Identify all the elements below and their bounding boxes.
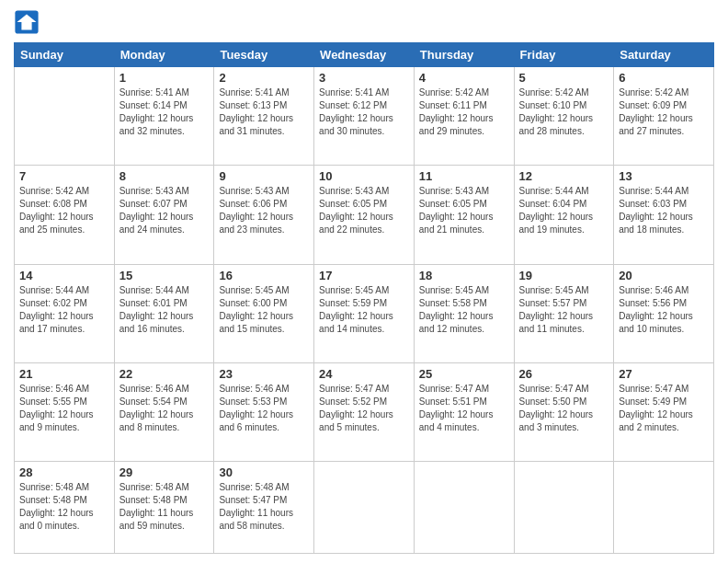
day-number: 28 <box>19 465 109 479</box>
day-number: 13 <box>619 169 709 183</box>
calendar-cell: 14Sunrise: 5:44 AM Sunset: 6:02 PM Dayli… <box>15 264 115 362</box>
day-number: 6 <box>619 71 709 85</box>
week-row-3: 14Sunrise: 5:44 AM Sunset: 6:02 PM Dayli… <box>15 264 714 362</box>
calendar-cell: 21Sunrise: 5:46 AM Sunset: 5:55 PM Dayli… <box>15 362 115 461</box>
day-info: Sunrise: 5:47 AM Sunset: 5:49 PM Dayligh… <box>619 383 709 434</box>
day-number: 15 <box>119 269 210 282</box>
calendar-cell: 25Sunrise: 5:47 AM Sunset: 5:51 PM Dayli… <box>414 362 514 461</box>
day-info: Sunrise: 5:48 AM Sunset: 5:48 PM Dayligh… <box>19 481 109 533</box>
weekday-header-row: SundayMondayTuesdayWednesdayThursdayFrid… <box>15 43 714 67</box>
day-number: 2 <box>219 71 309 85</box>
calendar-cell: 5Sunrise: 5:42 AM Sunset: 6:10 PM Daylig… <box>514 67 614 166</box>
calendar-cell: 18Sunrise: 5:45 AM Sunset: 5:58 PM Dayli… <box>414 264 514 362</box>
header <box>14 9 714 35</box>
calendar-cell: 13Sunrise: 5:44 AM Sunset: 6:03 PM Dayli… <box>614 166 714 264</box>
day-info: Sunrise: 5:45 AM Sunset: 5:59 PM Dayligh… <box>319 284 409 336</box>
day-info: Sunrise: 5:46 AM Sunset: 5:56 PM Dayligh… <box>619 284 709 336</box>
calendar-cell: 11Sunrise: 5:43 AM Sunset: 6:05 PM Dayli… <box>414 166 514 264</box>
day-number: 7 <box>19 169 109 183</box>
calendar-cell: 7Sunrise: 5:42 AM Sunset: 6:08 PM Daylig… <box>15 166 115 264</box>
day-number: 3 <box>319 71 409 85</box>
day-info: Sunrise: 5:43 AM Sunset: 6:06 PM Dayligh… <box>219 185 309 236</box>
day-info: Sunrise: 5:42 AM Sunset: 6:10 PM Dayligh… <box>519 86 609 138</box>
day-number: 30 <box>219 465 309 479</box>
calendar-cell: 10Sunrise: 5:43 AM Sunset: 6:05 PM Dayli… <box>314 166 415 264</box>
calendar-page: SundayMondayTuesdayWednesdayThursdayFrid… <box>0 0 728 563</box>
day-info: Sunrise: 5:41 AM Sunset: 6:14 PM Dayligh… <box>119 86 210 138</box>
day-info: Sunrise: 5:42 AM Sunset: 6:08 PM Dayligh… <box>19 185 109 236</box>
weekday-saturday: Saturday <box>614 43 714 67</box>
day-number: 12 <box>519 169 609 183</box>
day-number: 26 <box>519 367 609 381</box>
logo <box>14 9 43 35</box>
logo-icon <box>14 9 40 35</box>
weekday-wednesday: Wednesday <box>314 43 415 67</box>
calendar-cell: 8Sunrise: 5:43 AM Sunset: 6:07 PM Daylig… <box>114 166 214 264</box>
calendar-cell: 9Sunrise: 5:43 AM Sunset: 6:06 PM Daylig… <box>214 166 314 264</box>
calendar-cell: 26Sunrise: 5:47 AM Sunset: 5:50 PM Dayli… <box>514 362 614 461</box>
day-number: 16 <box>219 269 309 282</box>
calendar-cell: 28Sunrise: 5:48 AM Sunset: 5:48 PM Dayli… <box>15 462 115 554</box>
week-row-1: 1Sunrise: 5:41 AM Sunset: 6:14 PM Daylig… <box>15 67 714 166</box>
week-row-2: 7Sunrise: 5:42 AM Sunset: 6:08 PM Daylig… <box>15 166 714 264</box>
weekday-sunday: Sunday <box>15 43 115 67</box>
day-number: 22 <box>119 367 210 381</box>
calendar-cell: 24Sunrise: 5:47 AM Sunset: 5:52 PM Dayli… <box>314 362 415 461</box>
day-number: 19 <box>519 269 609 282</box>
calendar-table: SundayMondayTuesdayWednesdayThursdayFrid… <box>14 42 714 554</box>
day-info: Sunrise: 5:44 AM Sunset: 6:03 PM Dayligh… <box>619 185 709 236</box>
day-number: 27 <box>619 367 709 381</box>
day-info: Sunrise: 5:48 AM Sunset: 5:48 PM Dayligh… <box>119 481 210 533</box>
day-info: Sunrise: 5:46 AM Sunset: 5:53 PM Dayligh… <box>219 383 309 434</box>
day-number: 8 <box>119 169 210 183</box>
day-number: 23 <box>219 367 309 381</box>
day-info: Sunrise: 5:45 AM Sunset: 5:58 PM Dayligh… <box>419 284 509 336</box>
calendar-cell: 23Sunrise: 5:46 AM Sunset: 5:53 PM Dayli… <box>214 362 314 461</box>
day-info: Sunrise: 5:42 AM Sunset: 6:09 PM Dayligh… <box>619 86 709 138</box>
day-number: 20 <box>619 269 709 282</box>
day-number: 1 <box>119 71 210 85</box>
calendar-cell <box>614 462 714 554</box>
day-info: Sunrise: 5:45 AM Sunset: 6:00 PM Dayligh… <box>219 284 309 336</box>
day-info: Sunrise: 5:48 AM Sunset: 5:47 PM Dayligh… <box>219 481 309 533</box>
calendar-cell: 3Sunrise: 5:41 AM Sunset: 6:12 PM Daylig… <box>314 67 415 166</box>
calendar-cell <box>414 462 514 554</box>
calendar-cell: 29Sunrise: 5:48 AM Sunset: 5:48 PM Dayli… <box>114 462 214 554</box>
calendar-cell: 4Sunrise: 5:42 AM Sunset: 6:11 PM Daylig… <box>414 67 514 166</box>
calendar-cell: 1Sunrise: 5:41 AM Sunset: 6:14 PM Daylig… <box>114 67 214 166</box>
day-info: Sunrise: 5:41 AM Sunset: 6:13 PM Dayligh… <box>219 86 309 138</box>
calendar-cell: 12Sunrise: 5:44 AM Sunset: 6:04 PM Dayli… <box>514 166 614 264</box>
day-info: Sunrise: 5:44 AM Sunset: 6:02 PM Dayligh… <box>19 284 109 336</box>
calendar-cell: 20Sunrise: 5:46 AM Sunset: 5:56 PM Dayli… <box>614 264 714 362</box>
week-row-5: 28Sunrise: 5:48 AM Sunset: 5:48 PM Dayli… <box>15 462 714 554</box>
calendar-cell: 15Sunrise: 5:44 AM Sunset: 6:01 PM Dayli… <box>114 264 214 362</box>
week-row-4: 21Sunrise: 5:46 AM Sunset: 5:55 PM Dayli… <box>15 362 714 461</box>
calendar-cell <box>314 462 415 554</box>
day-number: 9 <box>219 169 309 183</box>
day-info: Sunrise: 5:47 AM Sunset: 5:52 PM Dayligh… <box>319 383 409 434</box>
day-info: Sunrise: 5:47 AM Sunset: 5:50 PM Dayligh… <box>519 383 609 434</box>
day-info: Sunrise: 5:45 AM Sunset: 5:57 PM Dayligh… <box>519 284 609 336</box>
day-number: 21 <box>19 367 109 381</box>
day-number: 25 <box>419 367 509 381</box>
day-info: Sunrise: 5:43 AM Sunset: 6:07 PM Dayligh… <box>119 185 210 236</box>
weekday-monday: Monday <box>114 43 214 67</box>
calendar-cell: 22Sunrise: 5:46 AM Sunset: 5:54 PM Dayli… <box>114 362 214 461</box>
weekday-friday: Friday <box>514 43 614 67</box>
day-info: Sunrise: 5:42 AM Sunset: 6:11 PM Dayligh… <box>419 86 509 138</box>
calendar-cell: 2Sunrise: 5:41 AM Sunset: 6:13 PM Daylig… <box>214 67 314 166</box>
day-info: Sunrise: 5:44 AM Sunset: 6:04 PM Dayligh… <box>519 185 609 236</box>
day-info: Sunrise: 5:47 AM Sunset: 5:51 PM Dayligh… <box>419 383 509 434</box>
day-number: 10 <box>319 169 409 183</box>
calendar-cell <box>15 67 115 166</box>
calendar-cell: 16Sunrise: 5:45 AM Sunset: 6:00 PM Dayli… <box>214 264 314 362</box>
weekday-thursday: Thursday <box>414 43 514 67</box>
day-info: Sunrise: 5:43 AM Sunset: 6:05 PM Dayligh… <box>319 185 409 236</box>
day-info: Sunrise: 5:43 AM Sunset: 6:05 PM Dayligh… <box>419 185 509 236</box>
day-number: 24 <box>319 367 409 381</box>
calendar-cell <box>514 462 614 554</box>
day-number: 18 <box>419 269 509 282</box>
day-info: Sunrise: 5:46 AM Sunset: 5:54 PM Dayligh… <box>119 383 210 434</box>
day-info: Sunrise: 5:44 AM Sunset: 6:01 PM Dayligh… <box>119 284 210 336</box>
day-number: 4 <box>419 71 509 85</box>
